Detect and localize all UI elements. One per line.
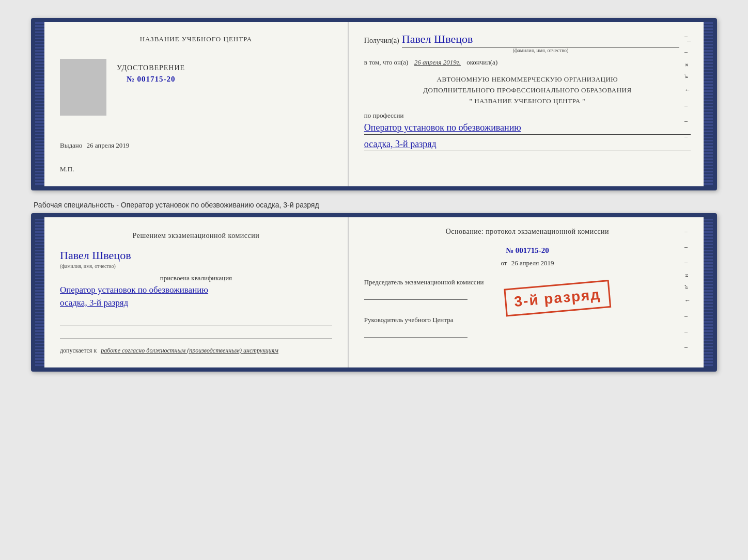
mp-line: М.П. xyxy=(60,165,332,173)
sig-lines xyxy=(60,316,332,339)
qualification-text: Оператор установок по обезвоживанию xyxy=(60,285,332,295)
profession-label: по профессии xyxy=(364,111,691,120)
rank-text-bottom: осадка, 3-й разряд xyxy=(60,298,332,308)
doc-left-panel: НАЗВАНИЕ УЧЕБНОГО ЦЕНТРА УДОСТОВЕРЕНИЕ №… xyxy=(44,22,349,186)
side-marks: – – и ,а ← – – – xyxy=(684,33,691,140)
doc2-right-panel: Основание: протокол экзаменационной коми… xyxy=(349,217,704,367)
completed-label: окончил(а) xyxy=(466,58,497,66)
side2-dash2: – xyxy=(684,243,691,251)
between-text: Рабочая специальность - Оператор установ… xyxy=(31,197,717,213)
org-line1: АВТОНОМНУЮ НЕКОММЕРЧЕСКУЮ ОРГАНИЗАЦИЮ xyxy=(364,74,691,85)
recipient-name: Павел Швецов xyxy=(402,33,679,47)
sig-line-2 xyxy=(60,329,332,339)
doc2-spine-right xyxy=(704,217,713,367)
side2-dash6: – xyxy=(684,343,691,351)
sig-line-1 xyxy=(60,316,332,326)
side-dash5: – xyxy=(684,133,691,140)
org-block: АВТОНОМНУЮ НЕКОММЕРЧЕСКУЮ ОРГАНИЗАЦИЮ ДО… xyxy=(364,74,691,106)
side-arrow: ← xyxy=(684,86,691,94)
decision-title: Решением экзаменационной комиссии xyxy=(60,230,332,241)
from-label: от xyxy=(501,259,507,267)
in-that-label: в том, что он(а) xyxy=(364,58,409,66)
chairman-sig-line xyxy=(364,290,467,300)
manager-sig-line xyxy=(364,327,467,338)
side-letter-i: и xyxy=(684,63,691,67)
manager-label: Руководитель учебного Центра xyxy=(364,315,691,325)
received-label: Получил(а) xyxy=(364,37,399,45)
chairman-label: Председатель экзаменационной комиссии xyxy=(364,278,691,287)
side2-dash4: – xyxy=(684,312,691,320)
issued-date: 26 апреля 2019 xyxy=(87,141,130,149)
side2-letter-a: ,а xyxy=(684,285,691,289)
issued-line: Выдано 26 апреля 2019 xyxy=(60,141,332,150)
from-date-line: от 26 апреля 2019 xyxy=(364,259,691,267)
person-name-sub: (фамилия, имя, отчество) xyxy=(60,263,332,269)
cert-section: УДОСТОВЕРЕНИЕ № 001715-20 xyxy=(117,64,185,94)
page-container: НАЗВАНИЕ УЧЕБНОГО ЦЕНТРА УДОСТОВЕРЕНИЕ №… xyxy=(10,10,738,386)
doc-right-panel: Получил(а) Павел Швецов (фамилия, имя, о… xyxy=(349,22,704,186)
basis-title: Основание: протокол экзаменационной коми… xyxy=(364,228,691,236)
side2-dash3: – xyxy=(684,259,691,266)
rank-text: осадка, 3-й разряд xyxy=(364,139,691,151)
side-dash1: – xyxy=(684,33,691,40)
side2-letter-i: и xyxy=(684,274,691,277)
issued-label: Выдано xyxy=(60,141,82,149)
top-document: НАЗВАНИЕ УЧЕБНОГО ЦЕНТРА УДОСТОВЕРЕНИЕ №… xyxy=(31,18,717,190)
person-name: Павел Швецов xyxy=(60,249,332,262)
received-line: Получил(а) Павел Швецов (фамилия, имя, о… xyxy=(364,33,691,53)
qualification-label: присвоена квалификация xyxy=(60,274,332,282)
side-dash4: – xyxy=(684,117,691,125)
doc2-left-panel: Решением экзаменационной комиссии Павел … xyxy=(44,217,349,367)
doc2-spine-left xyxy=(35,217,44,367)
doc-spine-right xyxy=(704,22,713,186)
side2-dash5: – xyxy=(684,328,691,335)
org-line2: ДОПОЛНИТЕЛЬНОГО ПРОФЕССИОНАЛЬНОГО ОБРАЗО… xyxy=(364,85,691,96)
doc-spine-left xyxy=(35,22,44,186)
side-marks-2: – – – и ,а ← – – – xyxy=(684,228,691,351)
org-line3: " НАЗВАНИЕ УЧЕБНОГО ЦЕНТРА " xyxy=(364,96,691,107)
from-date: 26 апреля 2019 xyxy=(511,259,554,267)
name-subtitle: (фамилия, имя, отчество) xyxy=(402,47,679,53)
side-dash2: – xyxy=(684,48,691,56)
cert-number: № 001715-20 xyxy=(117,75,185,84)
date-line: в том, что он(а) 26 апреля 2019г. окончи… xyxy=(364,58,691,67)
bottom-document: Решением экзаменационной комиссии Павел … xyxy=(31,213,717,372)
profession-text: Оператор установок по обезвоживанию xyxy=(364,122,691,135)
cert-date: 26 апреля 2019г. xyxy=(414,58,461,66)
side2-arrow: ← xyxy=(684,297,691,305)
side2-dash1: – xyxy=(684,228,691,235)
allow-text-block: допускается к работе согласно должностны… xyxy=(60,347,332,355)
protocol-number: № 001715-20 xyxy=(364,246,691,255)
allow-label: допускается к xyxy=(60,347,97,354)
cert-label: УДОСТОВЕРЕНИЕ xyxy=(117,64,185,72)
training-center-title: НАЗВАНИЕ УЧЕБНОГО ЦЕНТРА xyxy=(60,35,332,43)
side-dash3: – xyxy=(684,102,691,109)
photo-placeholder xyxy=(60,59,106,116)
allow-text: работе согласно должностным (производств… xyxy=(101,347,278,354)
side-letter-a: ,а xyxy=(684,74,691,78)
